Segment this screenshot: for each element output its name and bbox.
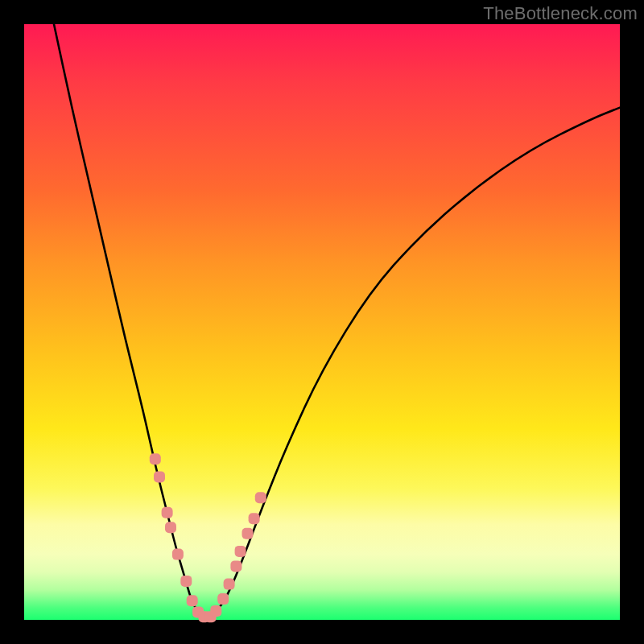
marker-point bbox=[230, 560, 242, 572]
marker-point bbox=[242, 528, 254, 539]
marker-point bbox=[172, 549, 184, 560]
marker-point bbox=[162, 507, 173, 518]
curve-line-group bbox=[54, 24, 620, 617]
marker-point bbox=[224, 579, 235, 590]
marker-point bbox=[187, 595, 198, 606]
chart-svg bbox=[24, 24, 620, 620]
watermark-text: TheBottleneck.com bbox=[483, 3, 638, 24]
plot-area bbox=[24, 24, 620, 620]
marker-point bbox=[255, 492, 266, 503]
marker-point bbox=[154, 471, 165, 482]
marker-point bbox=[249, 513, 260, 524]
marker-cluster bbox=[150, 453, 266, 622]
marker-point bbox=[150, 453, 161, 464]
marker-point bbox=[210, 605, 221, 617]
marker-point bbox=[235, 546, 246, 557]
marker-point bbox=[165, 522, 176, 533]
marker-point bbox=[217, 593, 229, 605]
marker-point bbox=[180, 576, 192, 587]
chart-frame: TheBottleneck.com bbox=[0, 0, 644, 644]
bottleneck-curve bbox=[54, 24, 620, 617]
